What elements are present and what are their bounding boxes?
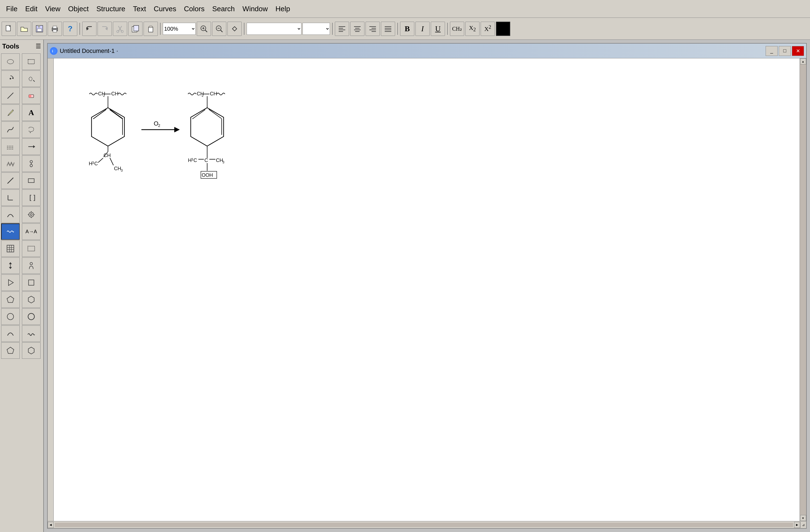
toolbar-sep-3 xyxy=(244,23,244,35)
align-center-button[interactable] xyxy=(350,22,364,36)
scrollbar-right[interactable]: ▲ ▼ xyxy=(799,59,806,521)
tool-hourglass[interactable] xyxy=(22,156,40,172)
tool-eraser[interactable] xyxy=(22,87,40,104)
paste-button[interactable] xyxy=(144,22,158,36)
scroll-track-right[interactable] xyxy=(800,64,806,515)
svg-marker-88 xyxy=(28,347,34,354)
menu-colors[interactable]: Colors xyxy=(180,3,208,14)
svg-text:C: C xyxy=(94,161,98,166)
svg-rect-49 xyxy=(29,95,31,98)
tool-angle[interactable] xyxy=(1,189,20,206)
zoom-select[interactable]: 100% 50% 150% 200% xyxy=(163,23,196,35)
menu-curves[interactable]: Curves xyxy=(150,3,180,14)
help-button[interactable]: ? xyxy=(63,22,77,36)
italic-button[interactable]: I xyxy=(416,22,430,36)
scroll-right-arrow[interactable]: ▶ xyxy=(794,522,800,528)
canvas-area[interactable]: CH 2 CH xyxy=(54,59,799,521)
svg-marker-84 xyxy=(28,296,34,303)
align-right-button[interactable] xyxy=(366,22,380,36)
tool-wave-text[interactable] xyxy=(1,223,20,240)
tool-dotted-rect[interactable] xyxy=(22,240,40,257)
subscript-button[interactable]: X2 xyxy=(465,22,480,36)
menu-object[interactable]: Object xyxy=(64,3,93,14)
save-button[interactable] xyxy=(32,22,47,36)
maximize-button[interactable]: □ xyxy=(779,46,791,56)
menu-search[interactable]: Search xyxy=(208,3,238,14)
scroll-up-arrow[interactable]: ▲ xyxy=(800,59,806,64)
tool-lasso[interactable] xyxy=(22,122,40,138)
tool-target[interactable] xyxy=(22,206,40,223)
tool-person[interactable] xyxy=(22,257,40,274)
font-select[interactable] xyxy=(247,23,302,35)
scroll-left-arrow[interactable]: ◀ xyxy=(48,522,54,528)
tool-line[interactable] xyxy=(1,87,20,104)
tool-wave[interactable] xyxy=(22,325,40,342)
svg-text:3: 3 xyxy=(191,158,193,161)
tool-font-resize[interactable]: A→A xyxy=(22,223,40,240)
tool-square[interactable] xyxy=(22,274,40,291)
justify-button[interactable] xyxy=(381,22,395,36)
tool-circle-outline[interactable] xyxy=(22,308,40,325)
tool-zigzag[interactable] xyxy=(1,156,20,172)
tool-rect-select[interactable] xyxy=(22,53,40,70)
redo-button[interactable] xyxy=(98,22,112,36)
tool-freehand-select[interactable] xyxy=(22,70,40,87)
undo-button[interactable] xyxy=(82,22,96,36)
superscript-button[interactable]: X2 xyxy=(481,22,495,36)
menu-file[interactable]: File xyxy=(2,3,21,14)
print-button[interactable] xyxy=(48,22,62,36)
tool-text[interactable]: A xyxy=(22,104,40,121)
resize-grip[interactable]: ⊿ xyxy=(800,522,806,528)
chem-formula-button[interactable]: CH₂ xyxy=(450,22,464,36)
menu-edit[interactable]: Edit xyxy=(21,3,42,14)
new-button[interactable] xyxy=(2,22,16,36)
tools-menu-icon[interactable]: ☰ xyxy=(36,43,41,50)
tool-rotate[interactable] xyxy=(1,70,20,87)
fit-page-button[interactable] xyxy=(227,22,242,36)
tool-pentagon[interactable] xyxy=(1,291,20,308)
svg-point-45 xyxy=(10,78,11,79)
bold-button[interactable]: B xyxy=(400,22,414,36)
tool-arrow[interactable] xyxy=(22,139,40,155)
tool-dash-line[interactable] xyxy=(1,139,20,155)
tool-curve[interactable] xyxy=(1,206,20,223)
zoom-in-button[interactable] xyxy=(197,22,211,36)
svg-rect-7 xyxy=(53,30,57,32)
tool-play[interactable] xyxy=(1,274,20,291)
tool-poly-hexagon[interactable] xyxy=(22,342,40,359)
svg-marker-95 xyxy=(92,108,125,146)
copy-button[interactable] xyxy=(128,22,143,36)
tool-arc[interactable] xyxy=(1,325,20,342)
size-select[interactable] xyxy=(303,23,330,35)
tool-straight-line[interactable] xyxy=(1,173,20,189)
open-button[interactable] xyxy=(17,22,31,36)
close-button[interactable]: ✕ xyxy=(792,46,804,56)
minimize-button[interactable]: _ xyxy=(766,46,778,56)
tool-pencil[interactable] xyxy=(1,104,20,121)
tool-ellipse-select[interactable] xyxy=(1,53,20,70)
underline-button[interactable]: U xyxy=(431,22,445,36)
svg-rect-15 xyxy=(134,26,139,31)
hscroll-track[interactable] xyxy=(55,523,793,527)
color-picker[interactable] xyxy=(496,22,510,36)
svg-point-85 xyxy=(7,313,13,320)
zoom-out-button[interactable] xyxy=(212,22,226,36)
tool-table[interactable] xyxy=(1,240,20,257)
tool-rect-shape[interactable] xyxy=(22,173,40,189)
tool-freehand[interactable] xyxy=(1,122,20,138)
align-left-button[interactable] xyxy=(335,22,349,36)
menu-window[interactable]: Window xyxy=(239,3,272,14)
scroll-down-arrow[interactable]: ▼ xyxy=(800,515,806,521)
svg-text:C: C xyxy=(205,158,208,163)
tool-circle[interactable] xyxy=(1,308,20,325)
menu-text[interactable]: Text xyxy=(129,3,150,14)
tool-poly-pentagon[interactable] xyxy=(1,342,20,359)
tool-bracket[interactable]: [] xyxy=(22,189,40,206)
cut-button[interactable] xyxy=(113,22,127,36)
menu-help[interactable]: Help xyxy=(272,3,294,14)
menu-structure[interactable]: Structure xyxy=(93,3,129,14)
tool-arrows[interactable] xyxy=(1,257,20,274)
svg-line-96 xyxy=(110,109,123,119)
tool-hexagon[interactable] xyxy=(22,291,40,308)
menu-view[interactable]: View xyxy=(42,3,64,14)
